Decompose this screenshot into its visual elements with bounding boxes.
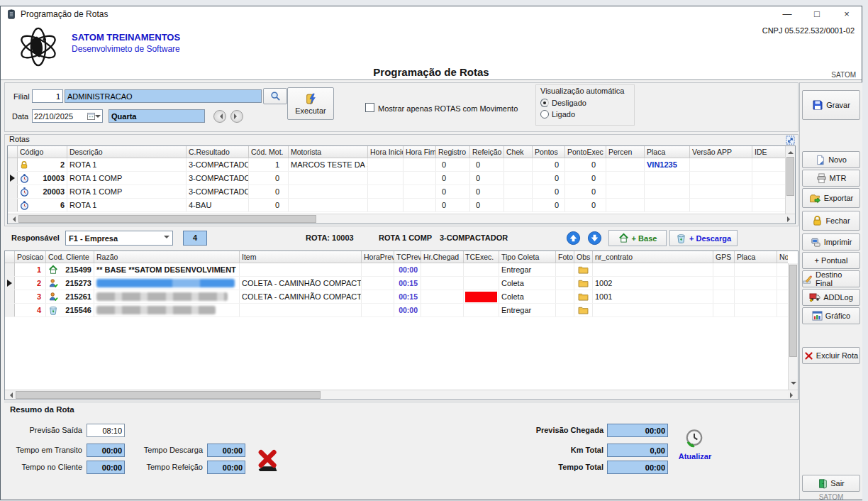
cliente-row[interactable]: 3 215261 COLETA - CAMINHÃO COMPACTADOR 0…: [5, 290, 788, 304]
scroll-thumb[interactable]: [789, 265, 797, 357]
filial-name-input[interactable]: [65, 89, 262, 103]
col-codigo[interactable]: Código: [18, 146, 67, 158]
scroll-down-button[interactable]: [789, 380, 799, 390]
scroll-thumb[interactable]: [18, 215, 316, 223]
col-item[interactable]: Item: [240, 251, 362, 263]
scroll-left-button[interactable]: [5, 390, 15, 400]
exportar-button[interactable]: Exportar: [802, 188, 860, 208]
refresh-clock-icon[interactable]: [684, 428, 705, 449]
movimento-checkbox[interactable]: [365, 103, 374, 112]
col-foto[interactable]: Foto: [556, 251, 574, 263]
previsao-chegada-input[interactable]: [607, 424, 668, 437]
move-down-button[interactable]: [587, 231, 602, 246]
addlog-button[interactable]: ADDLog: [802, 289, 860, 306]
responsavel-select[interactable]: F1 - Empresa: [65, 231, 173, 246]
imprimir-button[interactable]: Imprimir: [802, 233, 860, 250]
col-placa[interactable]: Placa: [735, 251, 777, 263]
minimize-button[interactable]: —: [772, 6, 802, 22]
radio-option-ligado[interactable]: Ligado: [540, 109, 630, 120]
col-hrchegad[interactable]: Hr.Chegad: [421, 251, 464, 263]
excluir-rota-button[interactable]: Excluir Rota: [802, 347, 860, 364]
destino-final-button[interactable]: Destino Final: [802, 270, 860, 287]
pontual-button[interactable]: + Pontual: [802, 252, 860, 269]
rotas-horizontal-scrollbar[interactable]: [8, 214, 795, 224]
tempo-refeicao-input[interactable]: [207, 461, 245, 474]
col-registro[interactable]: Registro: [436, 146, 470, 158]
col-no[interactable]: No: [777, 251, 788, 263]
rotas-row[interactable]: 6 ROTA 1 4-BAU 0 0 0 0 0: [8, 199, 785, 212]
km-total-input[interactable]: [607, 444, 668, 457]
scroll-thumb[interactable]: [16, 391, 321, 399]
col-refeicao[interactable]: Refeição: [470, 146, 504, 158]
col-descricao[interactable]: Descrição: [67, 146, 187, 158]
rotas-row[interactable]: 20003 ROTA 1 COMP 3-COMPACTADOR 0 0 0 0 …: [8, 185, 785, 199]
col-cresultado[interactable]: C.Resultado: [187, 146, 249, 158]
rotas-row[interactable]: 2 ROTA 1 3-COMPACTADOR 1 MARCOS TESTE DA…: [8, 158, 785, 172]
scroll-thumb[interactable]: [786, 157, 794, 196]
tempo-total-input[interactable]: [607, 461, 668, 474]
col-posicao[interactable]: Posicao: [15, 251, 46, 263]
clientes-horizontal-scrollbar[interactable]: [5, 390, 798, 400]
folder-icon[interactable]: [578, 279, 589, 287]
previous-day-button[interactable]: [213, 110, 226, 123]
add-descarga-button[interactable]: + Descarga: [669, 230, 738, 246]
filial-code-input[interactable]: [32, 89, 63, 103]
radio-option-desligado[interactable]: Desligado: [540, 97, 630, 109]
cliente-row[interactable]: 4 215546 00:00 Entregar: [5, 304, 788, 317]
col-versaoapp[interactable]: Versão APP: [690, 146, 752, 158]
date-picker[interactable]: 22/10/2025: [32, 109, 103, 123]
tempo-cliente-input[interactable]: [87, 461, 125, 474]
add-base-button[interactable]: + Base: [608, 230, 667, 246]
grafico-button[interactable]: Gráfico: [802, 307, 860, 324]
cliente-row[interactable]: 1 215499 ** BASE **SATOM DESENVOLVIMENT …: [5, 263, 788, 277]
col-chek[interactable]: Chek: [504, 146, 533, 158]
col-razao[interactable]: Razão: [94, 251, 240, 263]
folder-icon[interactable]: [578, 265, 589, 274]
next-day-button[interactable]: [230, 110, 243, 123]
sair-button[interactable]: Sair: [802, 475, 860, 492]
col-ide[interactable]: IDE: [752, 146, 785, 158]
fechar-button[interactable]: Fechar: [802, 211, 860, 231]
col-motorista[interactable]: Motorista: [289, 146, 368, 158]
expand-grid-icon[interactable]: [786, 136, 795, 145]
col-placa[interactable]: Placa: [645, 146, 690, 158]
col-tcprev[interactable]: TCPrev: [394, 251, 421, 263]
col-horafim[interactable]: Hora Fim: [404, 146, 436, 158]
col-pontoexec[interactable]: PontoExec: [565, 146, 606, 158]
col-obs[interactable]: Obs: [574, 251, 593, 263]
novo-button[interactable]: Novo: [802, 151, 860, 168]
col-horaprev[interactable]: HoraPrev: [362, 251, 394, 263]
scroll-right-button[interactable]: [788, 390, 798, 400]
executar-button[interactable]: Executar: [287, 87, 334, 120]
col-nrcontrato[interactable]: nr_contrato: [593, 251, 713, 263]
previsao-saida-input[interactable]: [87, 424, 125, 437]
tempo-transito-input[interactable]: [87, 444, 125, 457]
mtr-button[interactable]: MTR: [802, 170, 860, 187]
scroll-right-button[interactable]: [785, 214, 795, 224]
maximize-button[interactable]: □: [802, 6, 832, 22]
close-button[interactable]: ×: [832, 6, 862, 22]
clientes-vertical-scrollbar[interactable]: [788, 263, 798, 390]
col-horainicio[interactable]: Hora Inicio: [368, 146, 404, 158]
col-codmot[interactable]: Cód. Mot.: [249, 146, 289, 158]
col-tcexec[interactable]: TCExec.: [464, 251, 499, 263]
col-gps[interactable]: GPS: [713, 251, 735, 263]
scroll-up-button[interactable]: [786, 146, 796, 156]
col-pontos[interactable]: Pontos: [533, 146, 565, 158]
scroll-left-button[interactable]: [8, 214, 18, 224]
folder-icon[interactable]: [578, 306, 589, 314]
col-codcliente[interactable]: Cod. Cliente: [46, 251, 94, 263]
atualizar-label[interactable]: Atualizar: [674, 452, 716, 461]
col-percen[interactable]: Percen: [606, 146, 645, 158]
radio-desligado[interactable]: [540, 99, 549, 107]
col-tipocoleta[interactable]: Tipo Coleta: [499, 251, 556, 263]
rotas-vertical-scrollbar[interactable]: [785, 146, 795, 214]
gravar-button[interactable]: Gravar: [802, 90, 860, 120]
move-up-button[interactable]: [566, 231, 581, 246]
radio-ligado[interactable]: [540, 110, 549, 119]
tempo-descarga-input[interactable]: [207, 444, 245, 457]
clear-times-icon[interactable]: [254, 446, 282, 475]
weekday-input[interactable]: [108, 109, 205, 123]
rotas-row-selected[interactable]: 10003 ROTA 1 COMP 3-COMPACTADOR 0 0 0 0 …: [8, 172, 785, 185]
cliente-row-selected[interactable]: 2 215273 COLETA - CAMINHÃO COMPACTADOR 0…: [5, 277, 788, 290]
